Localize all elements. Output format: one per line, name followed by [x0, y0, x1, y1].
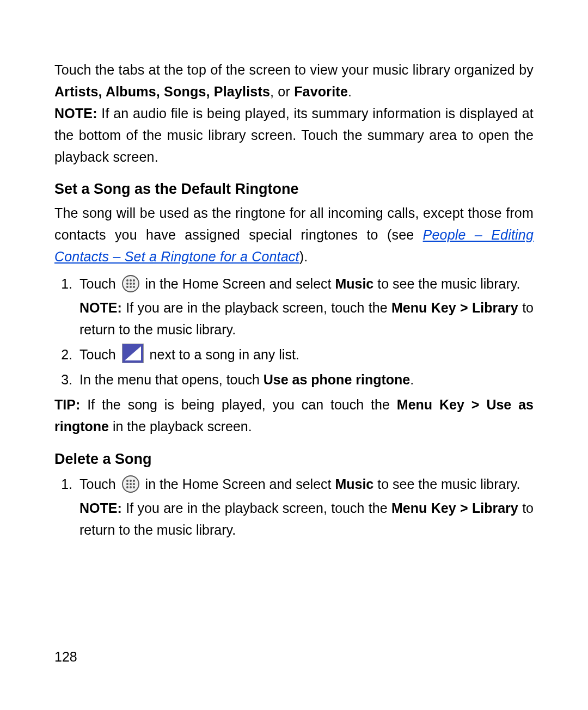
- delete-step-1: Touch in the Home Screen and select Musi…: [76, 473, 534, 541]
- text: Touch: [79, 347, 120, 362]
- text: In the menu that opens, touch: [79, 372, 264, 387]
- note-label: NOTE:: [79, 300, 122, 315]
- svg-point-14: [126, 483, 128, 485]
- svg-point-17: [126, 486, 128, 488]
- step-1-note: NOTE: If you are in the playback screen,…: [79, 297, 534, 340]
- svg-point-18: [130, 486, 132, 488]
- step-2: Touch next to a song in any list.: [76, 344, 534, 365]
- text: .: [410, 372, 414, 387]
- svg-point-4: [130, 283, 132, 285]
- text: to see the music library.: [373, 476, 520, 492]
- use-as-ringtone-label: Use as phone ringtone: [264, 372, 410, 387]
- svg-point-6: [126, 286, 128, 288]
- text: ).: [299, 249, 308, 264]
- music-label: Music: [335, 476, 373, 492]
- note-text: If an audio file is being played, its su…: [54, 106, 534, 164]
- text: in the Home Screen and select: [142, 476, 335, 492]
- note-paragraph: NOTE: If an audio file is being played, …: [54, 102, 534, 168]
- apps-grid-icon: [122, 475, 139, 493]
- music-label: Music: [335, 276, 373, 291]
- song-action-icon: [122, 344, 144, 363]
- svg-point-15: [130, 483, 132, 485]
- text: next to a song in any list.: [146, 347, 299, 362]
- svg-point-3: [126, 283, 128, 285]
- svg-point-0: [126, 279, 128, 281]
- delete-steps: Touch in the Home Screen and select Musi…: [54, 473, 534, 541]
- svg-point-12: [130, 480, 132, 482]
- text: If the song is being played, you can tou…: [80, 397, 397, 412]
- favorite-label: Favorite: [294, 84, 348, 99]
- tip-label: TIP:: [54, 397, 80, 412]
- delete-heading: Delete a Song: [54, 451, 534, 468]
- svg-point-13: [133, 480, 135, 482]
- svg-point-11: [126, 480, 128, 482]
- text: Touch: [79, 476, 120, 492]
- document-page: Touch the tabs at the top of the screen …: [0, 0, 588, 541]
- tip-paragraph: TIP: If the song is being played, you ca…: [54, 394, 534, 437]
- text: If you are in the playback screen, touch…: [122, 300, 391, 315]
- text: .: [348, 84, 352, 99]
- svg-point-1: [130, 279, 132, 281]
- text: Touch the tabs at the top of the screen …: [54, 62, 534, 77]
- apps-grid-icon: [122, 275, 139, 292]
- intro-paragraph: Touch the tabs at the top of the screen …: [54, 59, 534, 102]
- delete-step-1-note: NOTE: If you are in the playback screen,…: [79, 497, 534, 541]
- menu-key-library: Menu Key > Library: [391, 500, 518, 516]
- ringtone-intro: The song will be used as the ringtone fo…: [54, 202, 534, 267]
- text: If you are in the playback screen, touch…: [122, 500, 391, 516]
- step-1: Touch in the Home Screen and select Musi…: [76, 273, 534, 340]
- tabs-list: Artists, Albums, Songs, Playlists: [54, 84, 270, 99]
- note-label: NOTE:: [79, 500, 122, 516]
- svg-point-8: [133, 286, 135, 288]
- text: in the playback screen.: [109, 419, 252, 434]
- svg-point-5: [133, 283, 135, 285]
- menu-key-library: Menu Key > Library: [391, 300, 518, 315]
- text: in the Home Screen and select: [142, 276, 335, 291]
- svg-point-7: [130, 286, 132, 288]
- ringtone-steps: Touch in the Home Screen and select Musi…: [54, 273, 534, 390]
- ringtone-heading: Set a Song as the Default Ringtone: [54, 181, 534, 198]
- page-number: 128: [54, 649, 77, 665]
- step-3: In the menu that opens, touch Use as pho…: [76, 369, 534, 390]
- note-label: NOTE:: [54, 106, 97, 121]
- text: Touch: [79, 276, 120, 291]
- svg-point-16: [133, 483, 135, 485]
- text: , or: [270, 84, 294, 99]
- svg-point-19: [133, 486, 135, 488]
- svg-point-2: [133, 279, 135, 281]
- text: to see the music library.: [373, 276, 520, 291]
